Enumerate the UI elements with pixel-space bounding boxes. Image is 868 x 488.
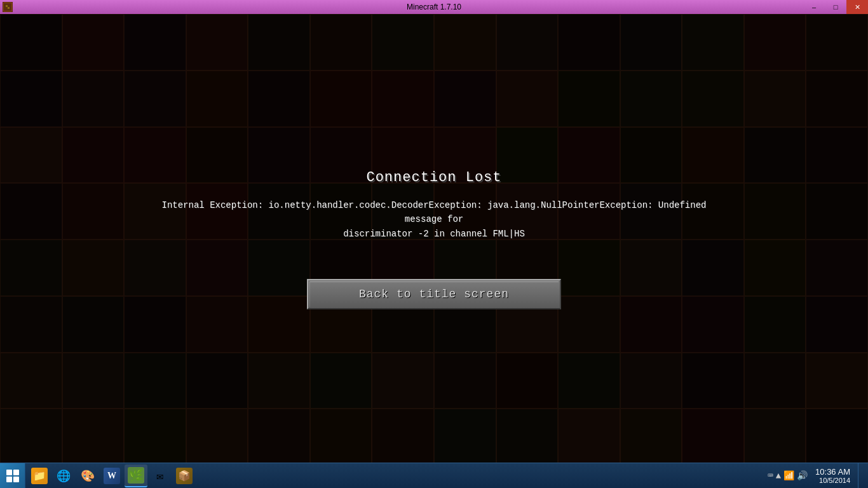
taskbar: 📁 🌐 🎨 W 🌿 ✉️ 📦 ⌨ ▲ 📶 xyxy=(0,463,868,488)
taskbar-mail[interactable]: ✉️ xyxy=(149,464,172,487)
expand-tray-icon[interactable]: ▲ xyxy=(776,471,781,481)
taskbar-minecraft[interactable]: 🌿 xyxy=(125,464,147,487)
taskbar-paint[interactable]: 🎨 xyxy=(76,464,99,487)
error-line2: discriminator -2 in channel FML|HS xyxy=(343,229,525,239)
minecraft-app-icon xyxy=(3,2,13,12)
error-line1: Internal Exception: io.netty.handler.cod… xyxy=(162,200,707,224)
maximize-button[interactable]: □ xyxy=(825,0,846,14)
taskbar-clock[interactable]: 10:36 AM 10/5/2014 xyxy=(811,466,854,485)
word-icon: W xyxy=(104,468,120,484)
start-button[interactable] xyxy=(0,463,25,489)
mail-icon: ✉️ xyxy=(152,468,168,484)
taskbar-chrome[interactable]: 🌐 xyxy=(52,464,75,487)
taskbar-time-display: 10:36 AM xyxy=(815,467,850,477)
file-explorer-icon: 📁 xyxy=(31,468,48,484)
show-desktop-button[interactable] xyxy=(858,463,863,489)
svg-rect-2 xyxy=(8,7,10,9)
taskbar-file-explorer[interactable]: 📁 xyxy=(28,464,51,487)
close-button[interactable]: ✕ xyxy=(846,0,868,14)
keyboard-tray-icon[interactable]: ⌨ xyxy=(768,470,773,481)
volume-tray-icon[interactable]: 🔊 xyxy=(797,470,808,481)
taskbar-right: ⌨ ▲ 📶 🔊 10:36 AM 10/5/2014 xyxy=(768,463,868,488)
windows-start-icon xyxy=(6,470,19,482)
paint-icon: 🎨 xyxy=(79,468,96,484)
network-tray-icon[interactable]: 📶 xyxy=(783,470,794,481)
title-bar-left xyxy=(0,2,13,12)
back-to-title-button[interactable]: Back to title screen xyxy=(307,279,561,309)
window-controls: – □ ✕ xyxy=(803,0,868,14)
chest-icon: 📦 xyxy=(176,468,193,484)
chrome-icon: 🌐 xyxy=(55,468,72,484)
minimize-button[interactable]: – xyxy=(803,0,825,14)
taskbar-chest[interactable]: 📦 xyxy=(173,464,196,487)
svg-rect-1 xyxy=(6,5,8,7)
connection-lost-title: Connection Lost xyxy=(366,170,501,186)
title-bar: Minecraft 1.7.10 – □ ✕ xyxy=(0,0,868,14)
minecraft-icon: 🌿 xyxy=(128,467,144,484)
main-content: Connection Lost Internal Exception: io.n… xyxy=(0,14,868,465)
taskbar-word[interactable]: W xyxy=(100,464,123,487)
taskbar-items: 📁 🌐 🎨 W 🌿 ✉️ 📦 xyxy=(25,463,198,488)
system-tray: ⌨ ▲ 📶 🔊 xyxy=(768,470,808,481)
error-message: Internal Exception: io.netty.handler.cod… xyxy=(148,198,720,241)
taskbar-date-display: 10/5/2014 xyxy=(819,477,850,484)
window-title: Minecraft 1.7.10 xyxy=(407,3,461,11)
